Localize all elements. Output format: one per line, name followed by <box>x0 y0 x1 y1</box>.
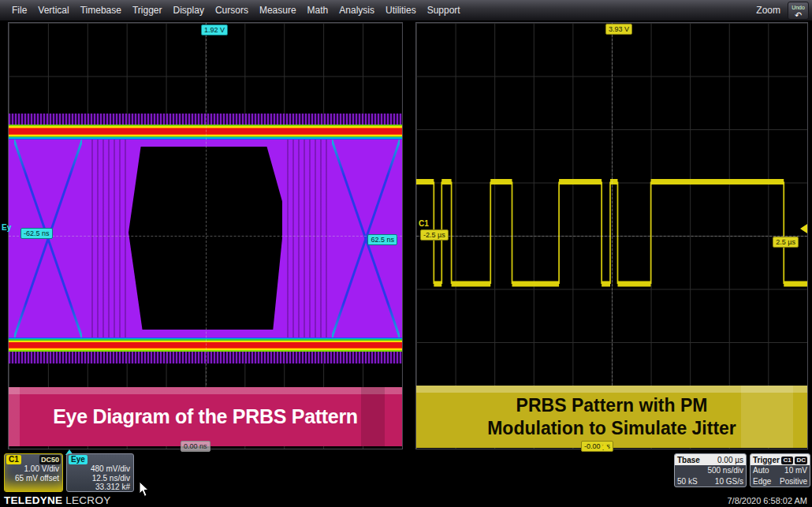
c1-coupling-chip: DC50 <box>39 455 61 464</box>
eye-right-cursor-badge[interactable]: 62.5 ns <box>367 234 397 245</box>
menu-bar: File Vertical Timebase Trigger Display C… <box>0 0 812 21</box>
trigger-mode: Auto <box>753 465 769 476</box>
eye-diagram-graticule[interactable]: Eye Diagram of the PRBS Pattern 1.92 V -… <box>8 22 403 449</box>
oscilloscope-screen: File Vertical Timebase Trigger Display C… <box>0 0 812 507</box>
trigger-level: 10 mV <box>784 465 807 476</box>
undo-arrow-icon: ↶ <box>788 11 808 19</box>
eye-trace-descriptor[interactable]: Eye 480 mV/div 12.5 ns/div 33.312 k# <box>66 453 134 492</box>
timebase-descriptor[interactable]: Tbase 0.00 µs 500 ns/div 50 kS 10 GS/s <box>674 453 747 487</box>
prbs-banner: PRBS Pattern with PM Modulation to Simul… <box>416 386 807 448</box>
tbase-sample-rate: 10 GS/s <box>715 476 743 487</box>
trigger-source-chip: C1 <box>781 457 792 464</box>
prbs-banner-line2: Modulation to Simulate Jitter <box>487 417 736 439</box>
menu-item-analysis[interactable]: Analysis <box>333 0 380 21</box>
c1-channel-chip: C1 <box>6 455 21 464</box>
eye-time-per-div: 12.5 ns/div <box>67 474 133 483</box>
tbase-delay-value: 0.00 µs <box>717 456 743 464</box>
trigger-type: Edge <box>753 476 771 487</box>
prbs-waveform-graticule[interactable]: PRBS Pattern with PM Modulation to Simul… <box>415 22 808 449</box>
menu-item-utilities[interactable]: Utilities <box>380 0 422 21</box>
menu-item-trigger[interactable]: Trigger <box>127 0 168 21</box>
eye-trace-label: Ey <box>2 223 11 232</box>
c1-offset: 65 mV offset <box>5 474 62 483</box>
menu-item-support[interactable]: Support <box>422 0 466 21</box>
c1-right-time-badge: 2.5 µs <box>773 237 799 248</box>
trigger-position-marker[interactable] <box>600 443 609 449</box>
c1-volts-per-div: 1.00 V/div <box>5 464 62 474</box>
menu-item-math[interactable]: Math <box>302 0 334 21</box>
center-horizontal-axis <box>416 236 807 237</box>
menu-item-file[interactable]: File <box>6 0 32 21</box>
tbase-samples: 50 kS <box>677 476 698 487</box>
trigger-label: Trigger <box>753 456 780 464</box>
menu-item-display[interactable]: Display <box>168 0 210 21</box>
eye-noise-texture <box>88 140 129 337</box>
brand-teledyne: TELEDYNE <box>4 494 62 506</box>
brand-lecroy: LECROY <box>65 494 110 506</box>
zoom-label[interactable]: Zoom <box>756 5 780 16</box>
trigger-descriptor[interactable]: Trigger C1 DC Auto 10 mV Edge Positive <box>750 453 810 487</box>
eye-trace-chip: Eye <box>69 455 88 464</box>
brand-logo: TELEDYNE LECROY <box>4 494 111 506</box>
trigger-slope: Positive <box>780 476 807 487</box>
menu-item-cursors[interactable]: Cursors <box>210 0 254 21</box>
eye-noise-texture <box>283 140 329 337</box>
c1-left-time-badge: -2.5 µs <box>420 229 449 240</box>
eye-sweep-count: 33.312 k# <box>67 483 133 492</box>
eye-top-level-badge: 1.92 V <box>201 24 228 35</box>
trigger-level-marker[interactable] <box>800 224 807 233</box>
prbs-banner-line1: PRBS Pattern with PM <box>516 394 708 416</box>
eye-banner-title: Eye Diagram of the PRBS Pattern <box>53 405 358 428</box>
eye-volts-per-div: 480 mV/div <box>67 464 133 474</box>
menu-item-vertical[interactable]: Vertical <box>32 0 74 21</box>
eye-banner: Eye Diagram of the PRBS Pattern <box>9 387 402 446</box>
datetime-display: 7/8/2020 6:58:02 AM <box>727 496 807 505</box>
mouse-cursor <box>139 481 150 501</box>
eye-left-cursor-badge[interactable]: -62.5 ns <box>20 228 53 239</box>
tbase-label: Tbase <box>677 456 700 464</box>
menu-item-measure[interactable]: Measure <box>254 0 302 21</box>
undo-button[interactable]: Undo ↶ <box>788 2 809 20</box>
menu-item-timebase[interactable]: Timebase <box>75 0 127 21</box>
eye-timebase-badge: 0.00 ns <box>181 441 210 452</box>
trigger-coupling-chip: DC <box>795 457 807 464</box>
tbase-time-per-div: 500 ns/div <box>707 465 743 476</box>
center-horizontal-axis <box>9 236 402 237</box>
c1-top-level-badge: 3.93 V <box>605 24 632 35</box>
c1-trace-label: C1 <box>419 219 429 228</box>
channel-c1-descriptor[interactable]: C1 DC50 1.00 V/div 65 mV offset <box>4 453 63 492</box>
